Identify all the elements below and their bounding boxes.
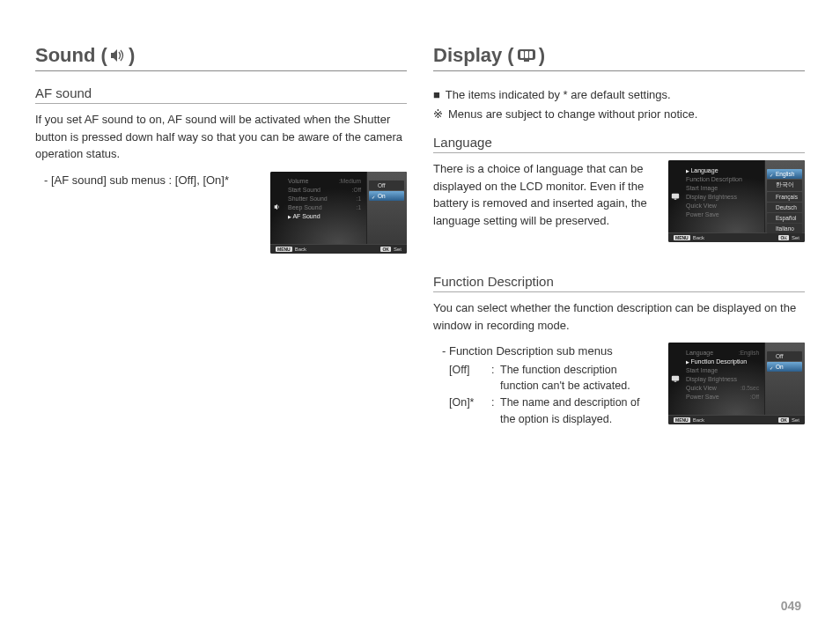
- af-sound-description: If you set AF sound to on, AF sound will…: [35, 111, 407, 163]
- page-number: 049: [781, 599, 801, 613]
- ok-button-tag: OK: [380, 247, 391, 252]
- lcd-option: 한국어: [767, 180, 802, 191]
- left-column: Sound ( ) AF sound If you set AF sound t…: [35, 44, 407, 428]
- ok-button-tag: OK: [778, 417, 789, 423]
- menu-button-tag: MENU: [674, 417, 690, 423]
- lcd-menu-list: Volume:MediumStart Sound:OffShutter Soun…: [284, 172, 366, 244]
- lcd-option: On: [767, 362, 802, 372]
- right-column: Display ( ) ■ The items indicated by * a…: [433, 44, 805, 428]
- speaker-icon: [109, 48, 127, 63]
- menu-button-tag: MENU: [674, 235, 690, 240]
- heading-text-post: ): [129, 44, 135, 67]
- svg-rect-5: [672, 193, 679, 198]
- lcd-function-description: Language:English▶ Function DescriptionSt…: [668, 343, 805, 424]
- lcd-options: OffOn: [767, 351, 802, 372]
- svg-rect-2: [525, 51, 528, 58]
- set-label: Set: [394, 247, 402, 252]
- note-menus-change: ※ Menus are subject to change without pr…: [433, 105, 805, 124]
- svg-rect-3: [529, 51, 533, 58]
- lcd-options: OffOn: [369, 181, 404, 201]
- lcd-menu-list: Language:English▶ Function DescriptionSt…: [682, 343, 764, 415]
- lcd-menu-row: Power Save:Off: [684, 392, 764, 401]
- af-sound-subheading: AF sound: [35, 85, 407, 104]
- lcd-af-sound: Volume:MediumStart Sound:OffShutter Soun…: [270, 172, 407, 254]
- heading-text-pre: Sound (: [35, 44, 107, 67]
- lcd-option: Off: [767, 351, 802, 361]
- lcd-menu-row: Display Brightness: [684, 374, 764, 383]
- lcd-menu-row: Language:English: [684, 348, 764, 357]
- lcd-menu-row: Beep Sound:1: [286, 203, 366, 212]
- set-label: Set: [792, 417, 799, 423]
- lcd-menu-row: Shutter Sound:1: [286, 195, 366, 203]
- lcd-option: Off: [369, 181, 404, 190]
- display-icon: [671, 192, 680, 202]
- fd-definitions: [Off]:The function description function …: [449, 362, 656, 428]
- chevron-down-icon: ▾: [767, 234, 802, 240]
- lcd-menu-row: Function Description: [684, 174, 764, 183]
- language-subheading: Language: [433, 135, 805, 153]
- lcd-option: English: [767, 169, 802, 179]
- lcd-menu-list: ▶ LanguageFunction DescriptionStart Imag…: [682, 160, 764, 232]
- heading-text-post: ): [539, 44, 545, 67]
- lcd-menu-row: Start Image: [684, 183, 764, 192]
- svg-rect-8: [674, 380, 677, 381]
- definition-row: [On]*:The name and description of the op…: [449, 394, 656, 428]
- menu-button-tag: MENU: [276, 247, 292, 252]
- svg-rect-4: [524, 60, 529, 62]
- lcd-language: ▶ LanguageFunction DescriptionStart Imag…: [668, 160, 805, 242]
- lcd-menu-row: Display Brightness: [684, 192, 764, 201]
- heading-text-pre: Display (: [433, 44, 514, 67]
- lcd-menu-row: ▶ Language: [684, 166, 764, 174]
- lcd-option: Español: [767, 213, 802, 223]
- square-bullet-icon: ■: [433, 85, 440, 105]
- speaker-icon: [273, 203, 282, 212]
- lcd-menu-row: Quick View: [684, 201, 764, 210]
- svg-rect-6: [674, 198, 677, 199]
- fd-submenus-title: - Function Description sub menus: [442, 343, 656, 360]
- lcd-menu-row: Start Sound:Off: [286, 186, 366, 195]
- lcd-option: Français: [767, 192, 802, 202]
- function-description-para: You can select whether the function desc…: [433, 299, 805, 334]
- lcd-menu-row: Volume:Medium: [286, 177, 366, 186]
- language-description: There is a choice of language that can b…: [433, 160, 656, 229]
- lcd-menu-row: Start Image: [684, 365, 764, 374]
- svg-rect-1: [520, 51, 524, 58]
- lcd-menu-row: ▶ Function Description: [684, 357, 764, 365]
- definition-row: [Off]:The function description function …: [449, 362, 656, 395]
- back-label: Back: [295, 247, 306, 252]
- lcd-option: Italiano: [767, 224, 802, 233]
- lcd-options: English한국어FrançaisDeutschEspañolItaliano: [767, 169, 802, 233]
- display-heading: Display ( ): [433, 44, 805, 71]
- sound-heading: Sound ( ): [35, 44, 407, 71]
- lcd-option: On: [369, 191, 404, 201]
- back-label: Back: [693, 417, 704, 423]
- svg-rect-7: [672, 375, 679, 380]
- lcd-menu-row: Power Save: [684, 210, 764, 218]
- lcd-menu-row: Quick View:0.5sec: [684, 383, 764, 392]
- function-description-subheading: Function Description: [433, 274, 805, 292]
- lcd-option: Deutsch: [767, 203, 802, 212]
- reference-mark-icon: ※: [433, 105, 443, 124]
- display-icon: [516, 48, 537, 63]
- af-sound-submenus: - [AF sound] sub menus : [Off], [On]*: [44, 172, 258, 189]
- display-icon: [671, 374, 680, 384]
- lcd-menu-row: ▶ AF Sound: [286, 212, 366, 221]
- note-default-settings: ■ The items indicated by * are default s…: [433, 85, 805, 105]
- back-label: Back: [693, 235, 704, 240]
